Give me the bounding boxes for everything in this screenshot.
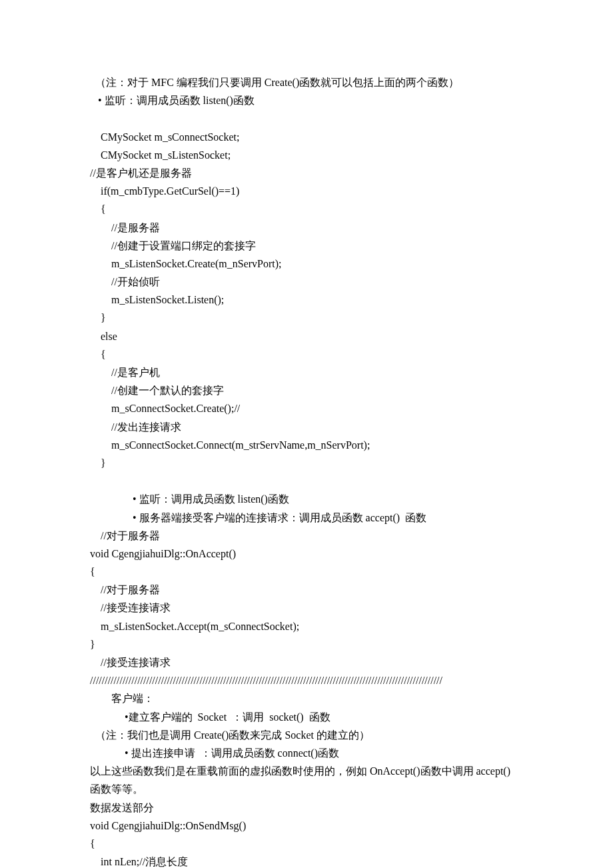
text-line: if(m_cmbType.GetCurSel()==1) (90, 182, 523, 200)
text-line: （注：对于 MFC 编程我们只要调用 Create()函数就可以包括上面的两个函… (90, 73, 523, 91)
text-line (90, 472, 523, 490)
text-line: m_sConnectSocket.Connect(m_strServName,m… (90, 436, 523, 454)
text-line: CMySocket m_sConnectSocket; (90, 128, 523, 146)
text-line: m_sListenSocket.Listen(); (90, 291, 523, 309)
text-line: //接受连接请求 (90, 653, 523, 671)
text-line: 以上这些函数我们是在重载前面的虚拟函数时使用的，例如 OnAccept()函数中… (90, 762, 523, 780)
text-line: （注：我们也是调用 Create()函数来完成 Socket 的建立的） (90, 726, 523, 744)
text-line: } (90, 635, 523, 653)
text-line (90, 109, 523, 127)
text-line: ////////////////////////////////////////… (90, 671, 523, 689)
text-line: //是客户机还是服务器 (90, 164, 523, 182)
text-line: //创建一个默认的套接字 (90, 381, 523, 399)
text-line: } (90, 309, 523, 327)
text-line: { (90, 835, 523, 853)
text-line: 客户端： (90, 689, 523, 707)
text-line: else (90, 327, 523, 345)
text-line: • 监听：调用成员函数 listen()函数 (90, 91, 523, 109)
text-line: //开始侦听 (90, 273, 523, 291)
text-line: { (90, 200, 523, 218)
text-line: } (90, 454, 523, 472)
text-line: CMySocket m_sListenSocket; (90, 146, 523, 164)
text-line: //是客户机 (90, 363, 523, 381)
text-line: 数据发送部分 (90, 799, 523, 817)
text-line: //对于服务器 (90, 581, 523, 599)
text-line: int nLen;//消息长度 (90, 853, 523, 868)
text-line: //创建于设置端口绑定的套接字 (90, 237, 523, 255)
document-page: （注：对于 MFC 编程我们只要调用 Create()函数就可以包括上面的两个函… (0, 0, 613, 868)
text-line: •建立客户端的 Socket ：调用 socket() 函数 (90, 708, 523, 726)
text-line: //接受连接请求 (90, 599, 523, 617)
text-line: { (90, 563, 523, 581)
text-line: //发出连接请求 (90, 418, 523, 436)
text-line: m_sConnectSocket.Create();// (90, 399, 523, 417)
text-line: • 监听：调用成员函数 listen()函数 (90, 490, 523, 508)
text-line: //是服务器 (90, 219, 523, 237)
text-line: { (90, 345, 523, 363)
text-line: m_sListenSocket.Create(m_nServPort); (90, 255, 523, 273)
text-line: • 提出连接申请 ：调用成员函数 connect()函数 (90, 744, 523, 762)
text-line: //对于服务器 (90, 527, 523, 545)
text-line: void CgengjiahuiDlg::OnSendMsg() (90, 817, 523, 835)
text-line: m_sListenSocket.Accept(m_sConnectSocket)… (90, 617, 523, 635)
text-line: • 服务器端接受客户端的连接请求：调用成员函数 accept() 函数 (90, 509, 523, 527)
text-line: void CgengjiahuiDlg::OnAccept() (90, 545, 523, 563)
text-line: 函数等等。 (90, 780, 523, 798)
